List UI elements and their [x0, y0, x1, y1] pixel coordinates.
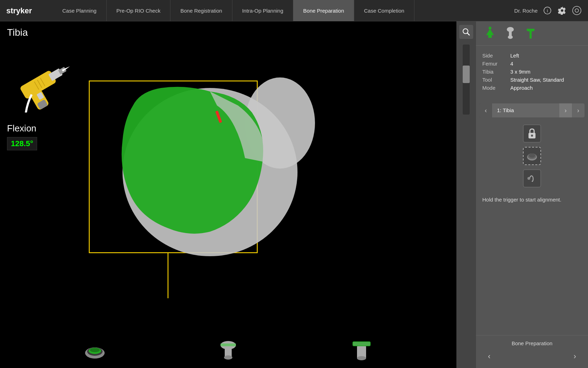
svg-point-46 — [527, 177, 530, 180]
drill-icon — [7, 56, 77, 113]
svg-rect-28 — [220, 343, 236, 346]
step-end-button[interactable]: › — [572, 103, 584, 117]
flexion-value: 128.5° — [7, 137, 37, 150]
step-selector: ‹ 1: Tibia › › — [479, 103, 584, 117]
svg-text:i: i — [547, 8, 548, 13]
info-row-femur: Femur 4 — [482, 61, 582, 67]
body-scan-tool-button[interactable] — [523, 147, 541, 165]
tool-icons — [476, 121, 588, 191]
label-tibia: Tibia — [482, 69, 510, 75]
svg-text:stryker: stryker — [6, 6, 32, 15]
thumbnail-3[interactable] — [348, 336, 376, 364]
stryker-logo: stryker — [6, 5, 45, 16]
bottom-prev-button[interactable]: ‹ — [482, 350, 496, 363]
nav-item-pre-op-rio[interactable]: Pre-Op RIO Check — [107, 0, 171, 21]
instructions-text: Hold the trigger to start alignment. — [476, 191, 588, 335]
step-prev-button[interactable]: ‹ — [479, 103, 492, 117]
label-mode: Mode — [482, 85, 510, 91]
svg-point-32 — [357, 356, 366, 360]
svg-point-4 — [575, 9, 579, 12]
viewport-title: Tibia — [7, 27, 28, 38]
header: stryker Case Planning Pre-Op RIO Check B… — [0, 0, 588, 21]
scroll-track[interactable] — [463, 45, 470, 115]
step-next-button[interactable]: › — [559, 103, 572, 117]
info-row-mode: Mode Approach — [482, 85, 582, 91]
svg-line-35 — [467, 33, 469, 35]
panel-bottom-nav: Bone Preparation ‹ › — [476, 335, 588, 368]
search-button[interactable] — [459, 25, 473, 39]
svg-point-39 — [508, 35, 513, 39]
femur-icon[interactable] — [503, 26, 518, 41]
thumbnail-2[interactable] — [214, 336, 242, 364]
value-side: Left — [510, 53, 519, 59]
nav-item-bone-registration[interactable]: Bone Registration — [170, 0, 232, 21]
lock-tool-button[interactable] — [523, 124, 541, 143]
svg-point-3 — [573, 6, 581, 15]
label-femur: Femur — [482, 61, 510, 67]
svg-point-41 — [531, 135, 533, 137]
logo-area: stryker — [0, 5, 52, 16]
value-mode: Approach — [510, 85, 533, 91]
scroll-thumb[interactable] — [463, 66, 470, 83]
info-icon[interactable]: i — [542, 6, 552, 15]
bottom-nav-label: Bone Preparation — [482, 340, 582, 346]
bottom-next-button[interactable]: › — [568, 350, 582, 363]
svg-point-44 — [529, 154, 535, 158]
doctor-name: Dr. Roche — [514, 8, 538, 14]
nav-item-case-planning[interactable]: Case Planning — [52, 0, 107, 21]
label-tool: Tool — [482, 77, 510, 83]
svg-point-26 — [224, 355, 232, 360]
bottom-nav-arrows: ‹ › — [482, 350, 582, 363]
svg-point-23 — [90, 348, 100, 352]
viewport-3d: Tibia — [0, 21, 456, 368]
nav-item-intra-op-planning[interactable]: Intra-Op Planning — [232, 0, 294, 21]
thumbnail-1[interactable] — [81, 336, 109, 364]
nav-bar: Case Planning Pre-Op RIO Check Bone Regi… — [52, 0, 514, 21]
info-panel: Side Left Femur 4 Tibia 3 x 9mm Tool Str… — [476, 21, 588, 368]
value-femur: 4 — [510, 61, 513, 67]
camera-icon[interactable] — [572, 6, 582, 15]
header-right: Dr. Roche i — [514, 6, 588, 15]
info-fields: Side Left Femur 4 Tibia 3 x 9mm Tool Str… — [476, 46, 588, 100]
flexion-label: Flexion — [7, 123, 36, 134]
arm-tool-button[interactable] — [523, 169, 541, 188]
main-content: Tibia — [0, 21, 588, 368]
patient-body-icon[interactable] — [482, 26, 498, 41]
settings-icon[interactable] — [557, 6, 567, 15]
nav-item-case-completion[interactable]: Case Completion — [354, 0, 414, 21]
info-row-tool: Tool Straight Saw, Standard — [482, 77, 582, 83]
info-row-tibia: Tibia 3 x 9mm — [482, 69, 582, 75]
svg-rect-30 — [353, 342, 370, 346]
bone-visualization — [70, 35, 343, 302]
step-label: 1: Tibia — [492, 103, 559, 117]
label-side: Side — [482, 53, 510, 59]
tibia-selected-icon[interactable] — [523, 26, 538, 41]
thumbnail-row — [0, 333, 456, 368]
info-row-side: Side Left — [482, 53, 582, 59]
nav-item-bone-preparation[interactable]: Bone Preparation — [293, 0, 354, 21]
svg-point-36 — [489, 27, 491, 29]
value-tool: Straight Saw, Standard — [510, 77, 564, 83]
scroll-strip — [456, 21, 476, 368]
panel-icons-row — [476, 21, 588, 46]
value-tibia: 3 x 9mm — [510, 69, 531, 75]
